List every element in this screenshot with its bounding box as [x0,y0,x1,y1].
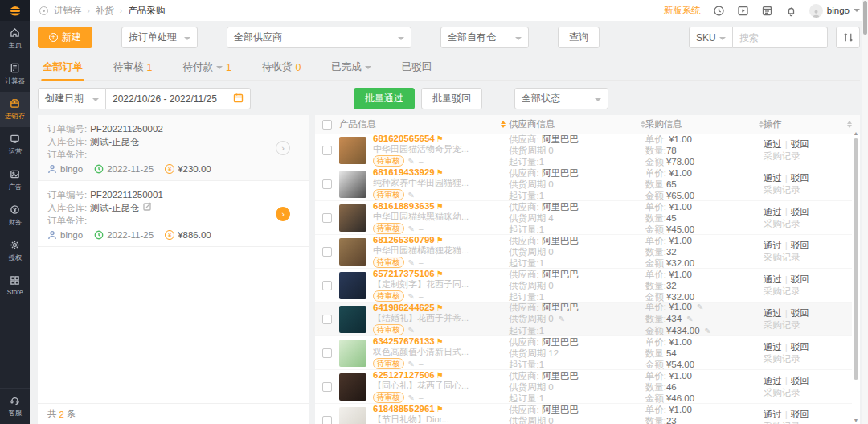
docs-icon[interactable] [761,5,773,17]
status-select[interactable]: 全部状态 [514,88,608,109]
tab-completed[interactable]: 已完成 [330,56,373,80]
row-checkbox[interactable] [322,213,332,223]
approve-link[interactable]: 通过 [764,139,782,149]
approve-link[interactable]: 通过 [764,207,782,216]
approve-link[interactable]: 通过 [764,410,782,419]
purchase-record-link[interactable]: 采购记录 [764,320,800,330]
table-row[interactable]: 625127127506⚑ 【同心礼】花西子同心... 待审核 ✎ – 供应商:… [315,370,852,404]
sidebar-item-calculator[interactable]: 计算器 [0,56,30,92]
video-icon[interactable] [737,5,749,17]
sidebar-item-authorization[interactable]: 授权 [0,233,30,269]
column-purchase[interactable]: 采购信息 [645,118,682,130]
tab-pending-receipt[interactable]: 待收货0 [260,56,302,80]
order-card-selected[interactable]: 订单编号:PF202211250001 入库仓库: 测试-正昆仓 订单备注: b… [38,181,309,247]
approve-link[interactable]: 通过 [764,173,782,183]
row-checkbox[interactable] [322,315,332,324]
sort-icon-action[interactable] [847,121,852,128]
select-all-checkbox[interactable] [322,120,332,130]
date-range-input[interactable]: 2022/10/26 - 2022/11/25 [106,88,251,109]
table-row[interactable]: 681265360799⚑ 中华田园猫橘猫狸花猫... 待审核 ✎ – 供应商:… [315,235,852,269]
sidebar-item-operations[interactable]: 运营 [0,127,30,163]
purchase-record-link[interactable]: 采购记录 [764,253,800,262]
product-id[interactable]: 681618893635 [373,201,435,211]
sidebar-item-support[interactable]: 客服 [0,388,30,424]
batch-approve-button[interactable]: 批量通过 [354,88,415,109]
page-scrollbar[interactable] [862,0,868,424]
tab-rejected[interactable]: 已驳回 [400,56,434,80]
approve-link[interactable]: 通过 [764,342,782,352]
edit-icon[interactable]: ✎ [408,393,415,403]
process-mode-select[interactable]: 按订单处理 [121,27,198,48]
sku-select[interactable]: SKU [689,27,733,48]
row-checkbox[interactable] [322,348,332,358]
product-id[interactable]: 681619433929 [373,167,435,177]
edit-icon[interactable]: ✎ [408,190,415,200]
column-settings-button[interactable] [836,27,860,48]
reject-link[interactable]: 驳回 [791,410,809,419]
purchase-record-link[interactable]: 采购记录 [764,185,800,195]
reject-link[interactable]: 驳回 [791,173,809,183]
edit-icon[interactable]: ✎ [408,224,415,234]
sidebar-item-home[interactable]: 主页 [0,21,30,56]
collapse-order-button[interactable]: › [276,207,290,221]
row-checkbox[interactable] [322,179,332,189]
approve-link[interactable]: 通过 [764,274,782,284]
reject-link[interactable]: 驳回 [791,308,809,318]
user-menu[interactable]: bingo [809,4,860,18]
row-checkbox[interactable] [322,247,332,257]
purchase-record-link[interactable]: 采购记录 [764,388,800,397]
reject-link[interactable]: 驳回 [791,376,809,385]
purchase-record-link[interactable]: 采购记录 [764,219,800,228]
product-id[interactable]: 657217375106 [373,269,435,278]
tab-all-orders[interactable]: 全部订单 [41,56,84,80]
edit-icon[interactable]: ✎ [686,315,693,323]
table-row[interactable]: 681618893635⚑ 中华田园猫纯黑猫咪幼... 待审核 ✎ – 供应商:… [315,201,852,235]
column-product[interactable]: 产品信息 [339,118,376,130]
edit-icon[interactable]: ✎ [408,291,415,302]
edit-icon[interactable]: ✎ [559,315,565,323]
scrollbar-thumb[interactable] [854,138,858,380]
approve-link[interactable]: 通过 [764,241,782,250]
scroll-up-arrow[interactable]: ▲ [853,130,859,136]
column-supplier[interactable]: 供应商信息 [509,118,555,130]
product-id[interactable]: 681620565654 [373,134,435,143]
table-row[interactable]: 657217375106⚑ 【定制刻字】花西子同... 待审核 ✎ – 供应商:… [315,269,852,303]
product-id[interactable]: 681265360799 [373,235,435,245]
row-checkbox[interactable] [322,382,332,392]
batch-reject-button[interactable]: 批量驳回 [421,88,482,109]
edit-icon[interactable]: ✎ [705,327,711,335]
supplier-select[interactable]: 全部供应商 [227,27,411,48]
expand-order-button[interactable]: › [276,141,290,155]
page-scrollbar-thumb[interactable] [863,1,867,35]
purchase-record-link[interactable]: 采购记录 [764,354,800,364]
sidebar-item-ads[interactable]: 广告 [0,163,30,198]
history-icon[interactable] [713,5,725,17]
scroll-down-arrow[interactable]: ▼ [853,418,859,423]
new-system-link[interactable]: 新版系统 [664,5,701,17]
breadcrumb-item[interactable]: 补货 [96,5,114,17]
warehouse-select[interactable]: 全部自有仓 [440,27,529,48]
table-row[interactable]: 681619433929⚑ 纯种家养中华田园猫狸... 待审核 ✎ – 供应商:… [315,167,852,201]
query-button[interactable]: 查询 [558,27,600,48]
date-type-select[interactable]: 创建日期 [38,88,106,109]
reject-link[interactable]: 驳回 [791,139,809,149]
edit-icon[interactable]: ✎ [408,325,415,335]
reject-link[interactable]: 驳回 [791,342,809,352]
product-id[interactable]: 618488552961 [373,404,435,414]
breadcrumb-item[interactable]: 进销存 [54,5,82,17]
row-checkbox[interactable] [322,416,332,424]
product-id[interactable]: 625127127506 [373,370,435,380]
column-action[interactable]: 操作 [764,118,782,130]
order-card[interactable]: 订单编号:PF202211250002 入库仓库:测试-正昆仓 订单备注: bi… [38,115,309,181]
edit-icon[interactable]: ✎ [408,359,415,369]
edit-warehouse-icon[interactable] [143,201,152,214]
tab-pending-review[interactable]: 待审核1 [112,56,154,80]
table-scrollbar[interactable]: ▲ ▼ [853,134,859,424]
approve-link[interactable]: 通过 [764,308,782,318]
row-checkbox[interactable] [322,146,332,155]
sidebar-item-finance[interactable]: 财务 [0,198,30,233]
sidebar-item-store[interactable]: Store [0,269,30,302]
reject-link[interactable]: 驳回 [791,274,809,284]
edit-icon[interactable]: ✎ [408,257,415,268]
tab-pending-payment[interactable]: 待付款1 [181,56,232,80]
